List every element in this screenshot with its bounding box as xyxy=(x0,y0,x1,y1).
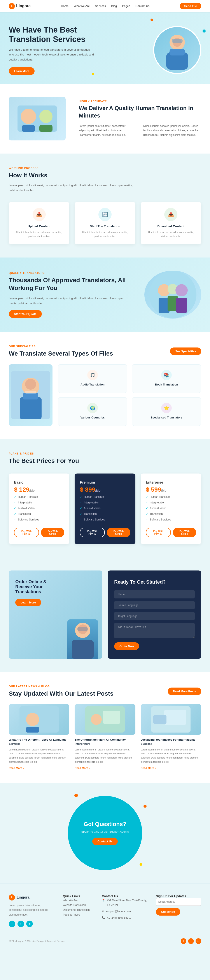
premium-stripe-button[interactable]: Pay With Stripe xyxy=(107,528,130,537)
feature-item: ✓Software Services xyxy=(146,517,196,522)
how-step-1-desc: Ut elit tellus, luctus nec ullamcorper m… xyxy=(13,230,65,238)
translators-desc: Lorem ipsum dolor sit amet, consectetur … xyxy=(9,296,131,306)
nav-cta-button[interactable]: Send File xyxy=(180,3,201,10)
blog-read-more-2[interactable]: Read More » xyxy=(75,767,90,770)
twitter-icon[interactable]: t xyxy=(18,921,24,927)
cta-right-title: Ready To Get Started? xyxy=(114,579,195,585)
newsletter-email-input[interactable] xyxy=(156,898,201,906)
feature-item: ✓Translation xyxy=(146,511,196,517)
cta-left-title: Order Online & Receive Your Translations xyxy=(15,579,59,594)
basic-paypal-button[interactable]: Pay With PayPal xyxy=(14,528,39,537)
svg-rect-7 xyxy=(22,125,35,132)
blog-cards: What Are The Different Types Of Language… xyxy=(9,704,201,770)
how-step-2-desc: Ut elit tellus, luctus nec ullamcorper m… xyxy=(79,230,131,238)
questions-section: Got Questions? Speak To One Of Our Suppo… xyxy=(0,783,210,883)
blog-cta-button[interactable]: Read More Posts xyxy=(168,687,201,695)
files-title: We Translate Several Types Of Files xyxy=(9,350,113,358)
premium-paypal-button[interactable]: Pay With PayPal xyxy=(80,528,105,537)
blog-post-3-title: Localising Your Images For International… xyxy=(141,738,201,746)
audio-icon: 🎵 xyxy=(87,370,98,380)
cta-learn-more-button[interactable]: Learn More xyxy=(15,599,41,606)
target-language-input[interactable] xyxy=(114,612,195,620)
blog-section: Our Latest News & Blog Stay Updated With… xyxy=(0,672,210,783)
nav-blog[interactable]: Blog xyxy=(111,4,117,8)
nav-services[interactable]: Services xyxy=(95,4,106,8)
how-it-works-section: Working Process How It Works Lorem ipsum… xyxy=(0,154,210,258)
nav-contact[interactable]: Contact Us xyxy=(135,4,149,8)
check-icon: ✓ xyxy=(80,512,82,515)
quality-col-2: Nunc aliquam sodales ipsum vel lacinia. … xyxy=(143,124,201,137)
source-language-input[interactable] xyxy=(114,601,195,609)
how-step-2-title: Start The Translation xyxy=(79,224,131,228)
basic-stripe-button[interactable]: Pay With Stripe xyxy=(41,528,64,537)
specialized-icon: ⭐ xyxy=(161,403,172,413)
translators-content: Quality Translators Thousands Of Approve… xyxy=(9,272,131,318)
files-tag: Our Specialties xyxy=(9,345,113,348)
quality-tag: Highly Accurate xyxy=(79,100,201,103)
footer-link-1[interactable]: Who We Are xyxy=(63,898,93,903)
how-icon-1: 📤 xyxy=(33,208,46,221)
additional-details-input[interactable] xyxy=(114,623,195,638)
blog-read-more-3[interactable]: Read More » xyxy=(141,767,156,770)
price-basic-btns: Pay With PayPal Pay With Stripe xyxy=(14,528,64,537)
svg-rect-19 xyxy=(20,397,42,419)
how-card-3: 📥 Download Content Ut elit tellus, luctu… xyxy=(141,202,201,244)
logo[interactable]: L Lingora xyxy=(9,3,30,9)
linkedin-icon[interactable]: in xyxy=(26,921,33,927)
translators-cta-button[interactable]: Start Your Quote xyxy=(9,310,42,318)
svg-point-6 xyxy=(21,109,36,124)
name-input[interactable] xyxy=(114,590,195,598)
feature-item: ✓Translation xyxy=(14,511,64,517)
nav-pages[interactable]: Pages xyxy=(122,4,130,8)
copyright-text: 2024 - Lingora & Website Design & Terms … xyxy=(9,940,65,942)
nav-who[interactable]: Who We Are xyxy=(74,4,90,8)
files-header: Our Specialties We Translate Several Typ… xyxy=(9,345,201,358)
blog-illustration-1 xyxy=(19,706,59,733)
check-icon: ✓ xyxy=(80,501,82,504)
cta-left: Order Online & Receive Your Translations… xyxy=(9,571,103,659)
footer-email: ✉ support@lingora.com xyxy=(102,909,147,914)
navbar: L Lingora Home Who We Are Services Blog … xyxy=(0,0,210,12)
files-illustration xyxy=(11,371,50,419)
decor-dot-2 xyxy=(92,73,94,75)
enterprise-stripe-button[interactable]: Pay With Stripe xyxy=(173,528,196,537)
file-specialized-title: Specialised Translators xyxy=(136,416,197,419)
price-premium-amount: $ 899/Mo xyxy=(80,486,130,493)
newsletter-subscribe-button[interactable]: Subscribe xyxy=(156,908,180,916)
footer-twitter-icon[interactable]: t xyxy=(188,938,194,944)
quality-content: Highly Accurate We Deliver A Quality Hum… xyxy=(79,100,201,137)
footer-logo-icon: L xyxy=(9,894,15,900)
file-audio-title: Audio Translation xyxy=(63,383,123,386)
price-premium-features: ✓Human Translate ✓Interpretation ✓Audio … xyxy=(80,494,130,522)
feature-item: ✓Interpretation xyxy=(146,500,196,505)
phone-icon: 📞 xyxy=(102,915,105,920)
footer-link-2[interactable]: Website Translation xyxy=(63,903,93,907)
files-cta-button[interactable]: See Specialties xyxy=(170,347,201,355)
translators-illustration xyxy=(147,270,199,319)
blog-card-3: Localising Your Images For International… xyxy=(141,704,201,770)
translators-title: Thousands Of Approved Translators, All W… xyxy=(9,276,131,292)
download-icon: 📥 xyxy=(168,212,174,217)
footer-about-desc: Lorem ipsum dolor sit amet, consectetur … xyxy=(9,903,54,917)
logo-icon: L xyxy=(9,3,15,9)
hero-section: We Have The Best Translation Services We… xyxy=(0,12,210,84)
blog-post-1-title: What Are The Different Types Of Language… xyxy=(9,738,69,746)
footer-link-4[interactable]: Plans & Prices xyxy=(63,912,93,917)
brand-name: Lingora xyxy=(16,4,30,8)
files-layout: 🎵 Audio Translation 📚 Book Translation 🌍… xyxy=(9,364,201,426)
footer-link-3[interactable]: Documents Translation xyxy=(63,907,93,912)
hero-image xyxy=(153,26,201,74)
questions-cta-button[interactable]: Contact Us xyxy=(92,838,118,845)
nav-home[interactable]: Home xyxy=(61,4,69,8)
book-icon: 📚 xyxy=(161,370,172,380)
facebook-icon[interactable]: f xyxy=(9,921,15,927)
enterprise-paypal-button[interactable]: Pay With PayPal xyxy=(146,528,171,537)
check-icon: ✓ xyxy=(80,518,82,521)
footer-facebook-icon[interactable]: f xyxy=(181,938,186,944)
order-now-button[interactable]: Order Now xyxy=(114,642,139,650)
hero-cta-button[interactable]: Learn More xyxy=(9,67,35,75)
svg-rect-35 xyxy=(153,715,167,724)
footer-linkedin-icon[interactable]: in xyxy=(196,938,201,944)
check-icon: ✓ xyxy=(146,495,148,498)
blog-read-more-1[interactable]: Read More » xyxy=(9,767,24,770)
